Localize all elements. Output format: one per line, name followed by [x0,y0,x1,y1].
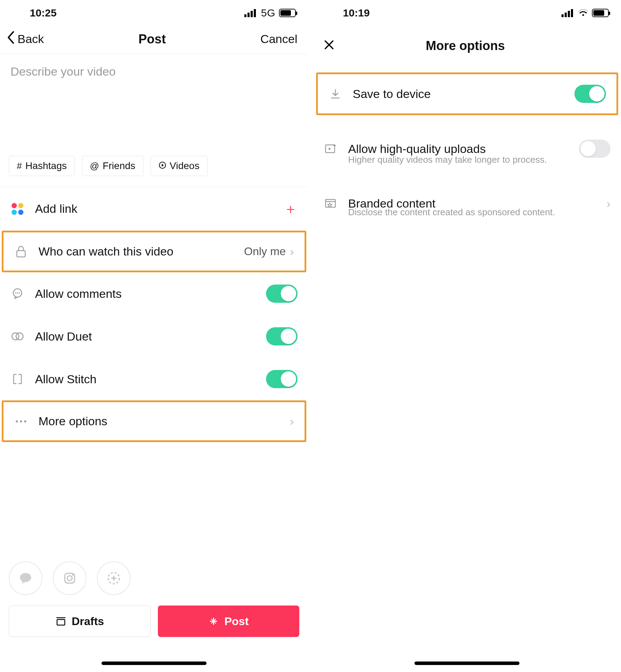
status-time: 10:19 [343,7,370,19]
branded-icon [324,198,338,209]
svg-rect-19 [57,620,65,625]
drafts-icon [56,616,66,626]
share-story-button[interactable] [97,561,131,595]
hq-uploads-toggle[interactable] [579,140,610,158]
svg-point-5 [17,292,18,294]
svg-point-12 [20,573,31,582]
ellipsis-icon [14,420,28,423]
battery-icon [592,9,609,17]
share-chat-button[interactable] [9,561,42,595]
status-bar: 10:19 [313,0,621,22]
save-to-device-label: Save to device [353,87,431,101]
privacy-label: Who can watch this video [39,245,174,258]
svg-point-15 [72,574,74,576]
chevron-left-icon [7,31,15,47]
chat-bubble-icon [18,570,33,586]
add-link-row[interactable]: Add link ＋ [0,187,308,231]
privacy-row[interactable]: Who can watch this video Only me › [2,231,306,272]
share-row [0,561,308,606]
branded-label: Branded content [348,197,436,210]
close-button[interactable] [320,38,334,53]
post-button[interactable]: Post [158,606,299,637]
allow-stitch-row: Allow Stitch [0,358,308,400]
chevron-right-icon: › [290,245,294,258]
allow-stitch-toggle[interactable] [266,370,298,388]
save-to-device-toggle[interactable] [574,85,606,103]
share-instagram-button[interactable] [53,561,86,595]
status-time: 10:25 [30,7,57,19]
svg-point-9 [16,420,18,422]
hq-uploads-row: Allow high-quality uploads [313,129,621,161]
svg-marker-36 [328,203,332,206]
svg-point-7 [12,333,19,340]
page-title: Post [139,32,166,47]
svg-point-25 [582,14,584,16]
svg-point-4 [15,292,16,294]
caption-input[interactable]: Describe your video [0,54,308,156]
chevron-right-icon: › [607,197,610,210]
four-dots-icon [11,203,25,215]
back-label: Back [18,32,44,46]
svg-point-11 [24,420,26,422]
signal-icon [561,9,573,17]
svg-point-6 [19,292,20,294]
stitch-icon [11,373,25,385]
duet-icon [11,331,25,341]
home-indicator [414,662,519,665]
post-nav: Back Post Cancel [0,22,308,54]
play-circle-icon [159,161,166,172]
friends-label: Friends [103,160,135,172]
allow-comments-row: Allow comments [0,272,308,315]
more-options-label: More options [39,414,107,428]
drafts-button[interactable]: Drafts [9,606,151,637]
svg-point-14 [67,576,72,581]
branded-content-row[interactable]: Branded content › [313,186,621,214]
friends-chip[interactable]: @ Friends [82,156,144,176]
hash-icon: # [17,161,22,172]
video-plus-icon [324,144,338,154]
chevron-right-icon: › [290,414,294,428]
network-label: 5G [261,7,275,19]
caption-placeholder: Describe your video [11,65,116,78]
status-bar: 10:25 5G [0,0,308,22]
more-options-nav: More options [313,22,621,72]
allow-comments-label: Allow comments [35,287,122,301]
caption-chips: # Hashtags @ Friends Videos [0,156,308,187]
download-icon [328,88,342,99]
hq-uploads-label: Allow high-quality uploads [348,142,486,156]
svg-marker-31 [329,147,331,150]
battery-icon [279,9,296,17]
post-label: Post [224,615,249,628]
signal-icon [244,9,256,17]
page-title: More options [426,38,505,53]
add-link-label: Add link [35,202,77,216]
videos-label: Videos [170,160,200,172]
cancel-button[interactable]: Cancel [260,32,298,46]
allow-stitch-label: Allow Stitch [35,372,97,386]
back-button[interactable]: Back [7,31,44,47]
svg-rect-2 [17,251,25,257]
privacy-value: Only me [244,245,286,258]
svg-point-10 [20,420,22,422]
videos-chip[interactable]: Videos [151,156,208,176]
comment-icon [11,288,25,299]
allow-comments-toggle[interactable] [266,285,298,303]
sparkle-icon [208,616,219,626]
allow-duet-row: Allow Duet [0,315,308,358]
bottom-buttons: Drafts Post [0,606,308,651]
lock-icon [14,246,28,258]
hashtags-chip[interactable]: # Hashtags [9,156,75,176]
hashtags-label: Hashtags [25,160,67,172]
mention-icon: @ [90,161,99,172]
svg-point-8 [16,333,23,340]
save-to-device-row: Save to device [316,72,619,115]
home-indicator [102,662,207,665]
add-story-icon [106,570,121,586]
plus-icon: ＋ [284,199,298,218]
svg-marker-1 [162,164,164,167]
more-options-row[interactable]: More options › [2,400,306,442]
drafts-label: Drafts [72,615,104,628]
instagram-icon [62,570,77,586]
allow-duet-label: Allow Duet [35,330,92,343]
allow-duet-toggle[interactable] [266,327,298,345]
